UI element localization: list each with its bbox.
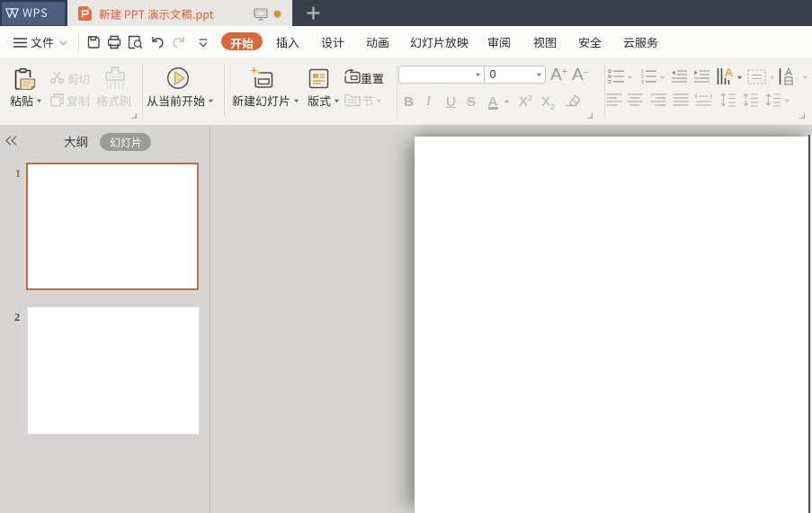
svg-text:3: 3 <box>641 79 644 84</box>
